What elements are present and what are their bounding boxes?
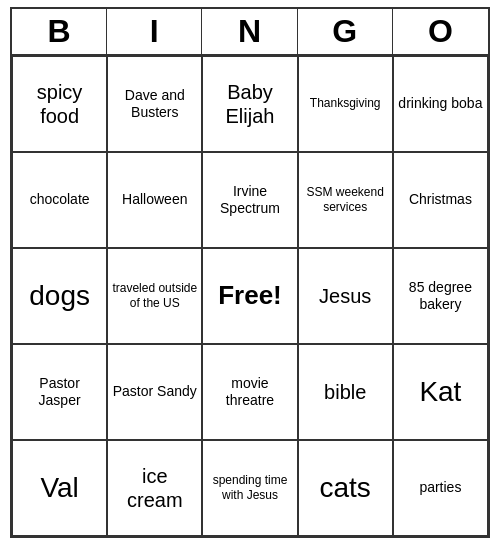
bingo-cell-5: chocolate	[12, 152, 107, 248]
bingo-cell-15: Pastor Jasper	[12, 344, 107, 440]
bingo-cell-10: dogs	[12, 248, 107, 344]
bingo-cell-18: bible	[298, 344, 393, 440]
bingo-cell-24: parties	[393, 440, 488, 536]
bingo-cell-14: 85 degree bakery	[393, 248, 488, 344]
bingo-card: BINGO spicy foodDave and BustersBaby Eli…	[10, 7, 490, 538]
bingo-cell-9: Christmas	[393, 152, 488, 248]
header-letter-g: G	[298, 9, 393, 54]
bingo-cell-21: ice cream	[107, 440, 202, 536]
bingo-grid: spicy foodDave and BustersBaby ElijahTha…	[12, 56, 488, 536]
bingo-cell-7: Irvine Spectrum	[202, 152, 297, 248]
bingo-cell-22: spending time with Jesus	[202, 440, 297, 536]
header-letter-b: B	[12, 9, 107, 54]
bingo-cell-13: Jesus	[298, 248, 393, 344]
bingo-cell-4: drinking boba	[393, 56, 488, 152]
bingo-cell-2: Baby Elijah	[202, 56, 297, 152]
bingo-cell-3: Thanksgiving	[298, 56, 393, 152]
bingo-cell-1: Dave and Busters	[107, 56, 202, 152]
bingo-cell-17: movie threatre	[202, 344, 297, 440]
bingo-cell-12: Free!	[202, 248, 297, 344]
header-letter-o: O	[393, 9, 488, 54]
bingo-cell-6: Halloween	[107, 152, 202, 248]
bingo-cell-8: SSM weekend services	[298, 152, 393, 248]
bingo-cell-20: Val	[12, 440, 107, 536]
header-letter-i: I	[107, 9, 202, 54]
bingo-cell-11: traveled outside of the US	[107, 248, 202, 344]
bingo-header: BINGO	[12, 9, 488, 56]
header-letter-n: N	[202, 9, 297, 54]
bingo-cell-0: spicy food	[12, 56, 107, 152]
bingo-cell-19: Kat	[393, 344, 488, 440]
bingo-cell-23: cats	[298, 440, 393, 536]
bingo-cell-16: Pastor Sandy	[107, 344, 202, 440]
